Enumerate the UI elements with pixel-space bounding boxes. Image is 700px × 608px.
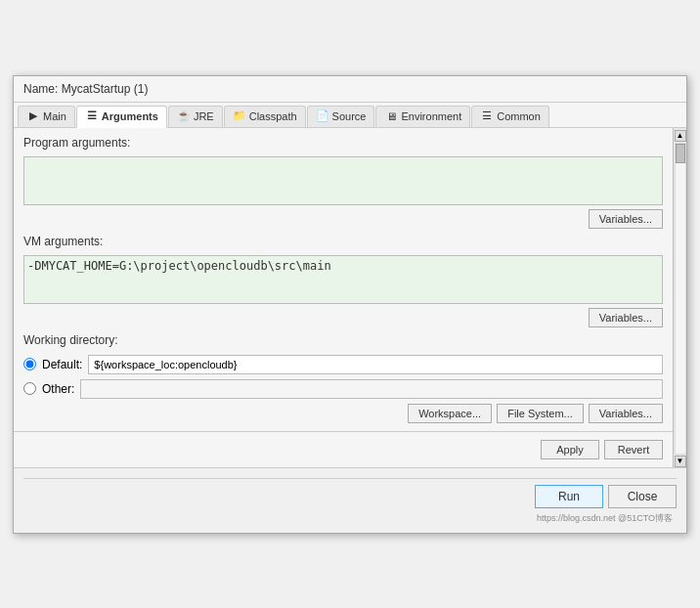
apply-button[interactable]: Apply [541,440,599,459]
arguments-icon: ☰ [85,109,99,123]
tab-common[interactable]: ☰ Common [471,106,549,127]
program-arguments-input[interactable] [23,156,663,205]
title-label: Name: [23,82,58,96]
file-system-button[interactable]: File System... [497,404,584,423]
default-directory-input[interactable] [88,355,663,374]
dialog-title: Name: MycatStartup (1) [14,76,686,103]
vm-arguments-section: VM arguments: -DMYCAT_HOME=G:\project\op… [23,235,663,327]
close-button[interactable]: Close [608,485,677,508]
tabs-bar: ▶ Main ☰ Arguments ☕ JRE 📁 Classpath 📄 S… [14,103,686,128]
vm-arguments-input[interactable]: -DMYCAT_HOME=G:\project\opencloudb\src\m… [23,255,663,304]
tab-environment-label: Environment [401,110,461,122]
run-button[interactable]: Run [535,485,603,508]
common-icon: ☰ [480,109,494,123]
program-arguments-label: Program arguments: [23,136,663,150]
default-radio-row: Default: [23,355,663,374]
bottom-panel: Apply Revert [14,431,673,467]
scroll-area: Program arguments: Variables... VM argum… [14,128,673,467]
tab-classpath-label: Classpath [249,110,297,122]
dialog-body: Program arguments: Variables... VM argum… [14,128,673,431]
tab-jre[interactable]: ☕ JRE [168,106,223,127]
scroll-track [675,143,686,455]
other-radio-row: Other: [23,379,663,399]
revert-button[interactable]: Revert [604,440,663,459]
jre-icon: ☕ [177,109,191,123]
working-dir-buttons: Workspace... File System... Variables... [23,404,663,423]
source-icon: 📄 [316,109,329,123]
environment-icon: 🖥 [384,109,398,123]
dialog-content: Program arguments: Variables... VM argum… [14,128,686,467]
default-radio[interactable] [23,358,36,370]
other-radio-label: Other: [42,382,74,396]
tab-arguments[interactable]: ☰ Arguments [76,106,167,128]
working-dir-variables-button[interactable]: Variables... [589,404,663,423]
program-arguments-section: Program arguments: Variables... [23,136,663,229]
watermark: https://blog.csdn.net @51CTO博客 [23,510,677,527]
working-directory-section: Working directory: Default: Other: Works… [23,333,663,423]
tab-main-label: Main [43,110,66,122]
tab-source[interactable]: 📄 Source [307,106,375,127]
scroll-up-button[interactable]: ▲ [675,130,686,142]
apply-revert-row: Apply Revert [23,440,663,459]
tab-arguments-label: Arguments [102,110,158,122]
vm-arguments-variables-button[interactable]: Variables... [589,308,663,327]
tab-jre-label: JRE [194,110,214,122]
tab-environment[interactable]: 🖥 Environment [375,106,470,127]
run-close-area: Run Close https://blog.csdn.net @51CTO博客 [14,467,686,533]
working-directory-label: Working directory: [23,333,663,347]
other-directory-input[interactable] [80,379,663,399]
tab-main[interactable]: ▶ Main [18,106,75,127]
main-icon: ▶ [26,109,40,123]
program-arguments-variables-button[interactable]: Variables... [589,209,663,229]
scroll-down-button[interactable]: ▼ [675,456,686,467]
vm-arguments-label: VM arguments: [23,235,663,248]
scroll-handle[interactable] [676,144,685,163]
tab-source-label: Source [332,110,367,122]
default-radio-label: Default: [42,358,82,371]
title-value: MycatStartup (1) [62,82,149,96]
workspace-button[interactable]: Workspace... [408,404,492,423]
other-radio[interactable] [23,382,36,395]
tab-classpath[interactable]: 📁 Classpath [224,106,306,127]
classpath-icon: 📁 [233,109,246,123]
tab-common-label: Common [497,110,541,122]
run-close-row: Run Close [23,478,677,510]
right-scrollbar: ▲ ▼ [673,128,686,467]
launch-config-dialog: Name: MycatStartup (1) ▶ Main ☰ Argument… [13,75,687,534]
